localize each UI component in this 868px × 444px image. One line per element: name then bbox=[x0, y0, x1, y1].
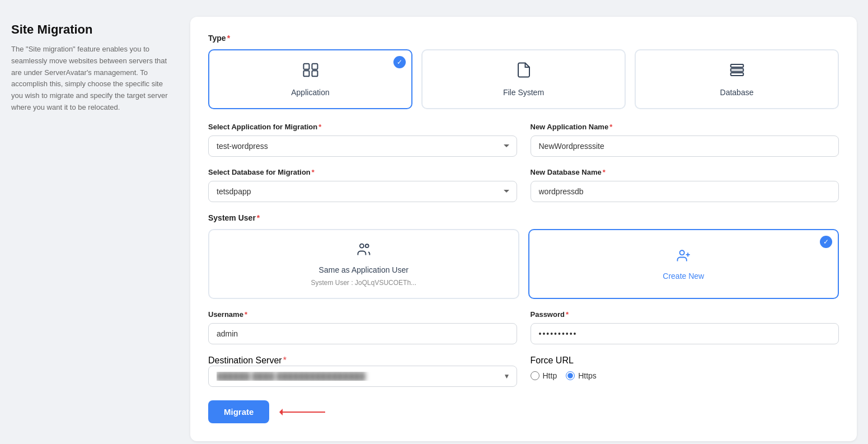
force-url-group: Force URL Http Https bbox=[531, 356, 839, 380]
application-card-label: Application bbox=[291, 88, 330, 97]
db-name-row: Select Database for Migration* tetsdpapp… bbox=[208, 168, 839, 202]
filesystem-card-label: File System bbox=[503, 88, 544, 97]
password-input[interactable] bbox=[531, 323, 839, 344]
credentials-row: Username* Password* bbox=[208, 310, 839, 344]
destination-input-wrapper: ██████ ████ ████████████████ ▼ bbox=[208, 366, 517, 387]
page-title: Site Migration bbox=[11, 22, 168, 37]
svg-point-7 bbox=[360, 244, 364, 248]
force-url-http[interactable]: Http bbox=[531, 371, 557, 380]
username-input[interactable] bbox=[208, 323, 517, 344]
new-application-name-group: New Application Name* bbox=[531, 123, 839, 157]
select-database-dropdown[interactable]: tetsdpapp bbox=[208, 181, 517, 202]
svg-point-9 bbox=[680, 250, 684, 255]
username-group: Username* bbox=[208, 310, 517, 344]
application-check-badge: ✓ bbox=[393, 56, 406, 68]
select-database-group: Select Database for Migration* tetsdpapp bbox=[208, 168, 517, 202]
same-user-subtitle: System User : JoQLqVSUCOETh... bbox=[311, 279, 416, 287]
system-user-card-same[interactable]: Same as Application User System User : J… bbox=[208, 229, 519, 299]
migrate-button[interactable]: Migrate bbox=[208, 400, 269, 423]
database-card-label: Database bbox=[720, 88, 754, 97]
svg-rect-2 bbox=[303, 71, 309, 76]
create-new-title: Create New bbox=[663, 272, 704, 281]
destination-server-dropdown[interactable]: ██████ ████ ████████████████ bbox=[208, 366, 517, 387]
page-description: The "Site migration" feature enables you… bbox=[11, 44, 168, 114]
username-label: Username* bbox=[208, 310, 517, 319]
svg-rect-3 bbox=[312, 71, 317, 76]
svg-rect-5 bbox=[730, 69, 743, 72]
new-application-name-label: New Application Name* bbox=[531, 123, 839, 131]
type-section-label: Type* bbox=[208, 34, 839, 43]
system-user-card-create[interactable]: ✓ Create New bbox=[528, 229, 839, 299]
type-card-database[interactable]: Database bbox=[635, 49, 839, 109]
system-user-section: System User* Same as Application User Sy… bbox=[208, 213, 839, 299]
password-label: Password* bbox=[531, 310, 839, 319]
same-user-title: Same as Application User bbox=[319, 265, 409, 274]
system-user-label: System User* bbox=[208, 213, 839, 222]
migrate-row: Migrate bbox=[208, 400, 839, 423]
password-group: Password* bbox=[531, 310, 839, 344]
application-icon bbox=[302, 62, 319, 82]
svg-rect-6 bbox=[730, 73, 743, 76]
arrow-line bbox=[280, 412, 325, 413]
select-database-label: Select Database for Migration* bbox=[208, 168, 517, 176]
svg-rect-4 bbox=[730, 64, 743, 67]
force-url-https-radio[interactable] bbox=[566, 371, 575, 380]
force-url-https[interactable]: Https bbox=[566, 371, 597, 380]
filesystem-icon bbox=[515, 62, 532, 82]
select-application-group: Select Application for Migration* test-w… bbox=[208, 123, 517, 157]
destination-server-group: Destination Server* ██████ ████ ████████… bbox=[208, 356, 517, 387]
http-label: Http bbox=[543, 371, 557, 380]
select-application-label: Select Application for Migration* bbox=[208, 123, 517, 131]
create-user-icon bbox=[675, 247, 691, 267]
type-required-asterisk: * bbox=[227, 34, 230, 43]
svg-rect-0 bbox=[303, 64, 309, 69]
app-name-row: Select Application for Migration* test-w… bbox=[208, 123, 839, 157]
new-database-name-input[interactable] bbox=[531, 181, 839, 202]
type-card-application[interactable]: ✓ Application bbox=[208, 49, 412, 109]
select-application-dropdown[interactable]: test-wordpress bbox=[208, 135, 517, 157]
type-card-filesystem[interactable]: File System bbox=[421, 49, 626, 109]
new-database-name-label: New Database Name* bbox=[531, 168, 839, 176]
type-cards: ✓ Application File System bbox=[208, 49, 839, 109]
destination-row: Destination Server* ██████ ████ ████████… bbox=[208, 356, 839, 387]
left-panel: Site Migration The "Site migration" feat… bbox=[11, 17, 168, 441]
system-user-cards: Same as Application User System User : J… bbox=[208, 229, 839, 299]
svg-rect-1 bbox=[312, 64, 317, 69]
destination-server-label: Destination Server* bbox=[208, 356, 287, 365]
main-panel: Type* ✓ Application File Syst bbox=[190, 17, 857, 441]
https-label: Https bbox=[578, 371, 597, 380]
force-url-radio-group: Http Https bbox=[531, 371, 839, 380]
new-application-name-input[interactable] bbox=[531, 135, 839, 157]
arrow-indicator bbox=[280, 412, 325, 413]
svg-point-8 bbox=[365, 244, 369, 247]
create-new-check-badge: ✓ bbox=[820, 236, 832, 248]
new-database-name-group: New Database Name* bbox=[531, 168, 839, 202]
force-url-label: Force URL bbox=[531, 356, 574, 365]
database-icon bbox=[729, 62, 745, 82]
force-url-http-radio[interactable] bbox=[531, 371, 539, 380]
same-user-icon bbox=[356, 241, 372, 261]
